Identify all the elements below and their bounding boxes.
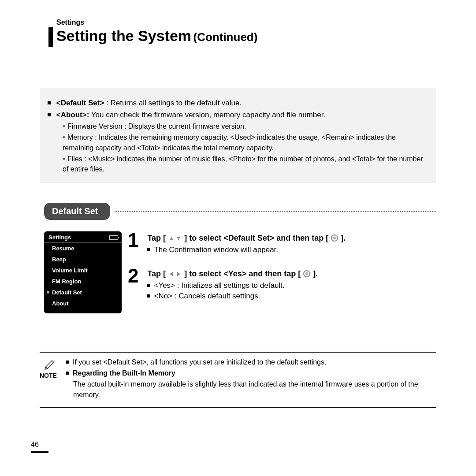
info-bold: <Default Set>: [56, 99, 104, 107]
info-text: : Returns all settings to the default va…: [104, 99, 242, 107]
info-subitem: Firmware Version : Displays the current …: [63, 121, 428, 131]
square-bullet-icon: [147, 248, 150, 251]
svg-marker-4: [170, 271, 173, 277]
step-sub: <Yes> : Initializes all settings to defa…: [147, 281, 429, 290]
note-label: NOTE: [40, 372, 57, 379]
dot-bullet-icon: [63, 158, 65, 160]
info-box: <Default Set> : Returns all settings to …: [40, 88, 436, 183]
note-block: NOTE If you set <Default Set>, all funct…: [40, 352, 436, 408]
note-pencil-icon: [43, 357, 56, 372]
info-subitem: Files : <Music> indicates the number of …: [63, 154, 428, 174]
info-item: <Default Set> : Returns all settings to …: [48, 98, 428, 109]
section-header-row: Default Set: [44, 203, 436, 220]
square-bullet-icon: [147, 294, 150, 298]
svg-point-7: [305, 272, 309, 275]
step: 1 Tap [ ] to select <Default Set> and th…: [128, 229, 436, 254]
info-sublist: Firmware Version : Displays the current …: [63, 121, 428, 174]
page-title: Setting the System: [56, 27, 191, 44]
device-title: Settings: [48, 234, 71, 241]
step: 2 Tap [ ] to select <Yes> and then tap […: [128, 265, 436, 301]
section-tab: Default Set: [44, 203, 110, 220]
square-bullet-icon: [147, 284, 150, 287]
note-row: The actual built-in memory available is …: [73, 379, 436, 399]
svg-marker-5: [177, 271, 180, 277]
dotted-divider: [115, 211, 436, 212]
device-menu-item: Beep: [44, 254, 122, 265]
device-screenshot: Settings ResumeBeepVolume LimitFM Region…: [44, 231, 122, 313]
page-number-bar: [31, 451, 48, 453]
device-menu-item: About: [44, 298, 122, 309]
info-bold: <About>:: [56, 111, 89, 119]
device-menu-item: Volume Limit: [44, 265, 122, 276]
note-row: Regarding the Built-In Memory: [66, 368, 436, 378]
info-item: <About>: You can check the firmware vers…: [48, 110, 428, 121]
svg-marker-0: [170, 237, 173, 240]
square-bullet-icon: [48, 113, 51, 116]
device-header: Settings: [44, 231, 122, 243]
device-menu-item: Resume: [44, 243, 122, 254]
square-bullet-icon: [66, 361, 69, 364]
square-bullet-icon: [48, 101, 51, 104]
note-row: If you set <Default Set>, all functions …: [66, 357, 436, 367]
step-number: 2: [128, 265, 145, 287]
page-title-block: Setting the System (Continued): [48, 27, 257, 47]
dot-bullet-icon: [63, 125, 65, 127]
select-circle-icon: [331, 234, 338, 242]
page-title-continued: (Continued): [193, 30, 258, 44]
device-menu-item: Default Set: [44, 287, 122, 298]
info-subitem: Memory : Indicates the remaining memory …: [63, 132, 428, 152]
steps: 1 Tap [ ] to select <Default Set> and th…: [128, 229, 436, 311]
select-circle-icon: [303, 270, 311, 278]
page-number: 46: [31, 441, 39, 449]
info-text: You can check the firmware version, memo…: [89, 111, 325, 119]
step-sub: <No> : Cancels default settings.: [147, 292, 429, 301]
device-menu-item: FM Region: [44, 276, 122, 287]
svg-marker-1: [177, 237, 180, 240]
step-number: 1: [128, 229, 145, 251]
step-instruction: Tap [ ] to select <Default Set> and then…: [147, 234, 346, 242]
step-instruction: Tap [ ] to select <Yes> and then tap [ ]…: [147, 269, 318, 278]
square-bullet-icon: [66, 372, 69, 375]
battery-icon: [109, 235, 118, 240]
dot-bullet-icon: [63, 136, 65, 138]
svg-point-3: [333, 237, 336, 240]
step-sub: The Confirmation window will appear.: [147, 245, 429, 254]
section-label: Settings: [56, 19, 84, 26]
left-right-arrows-icon: [168, 271, 182, 278]
up-down-arrows-icon: [168, 235, 182, 242]
